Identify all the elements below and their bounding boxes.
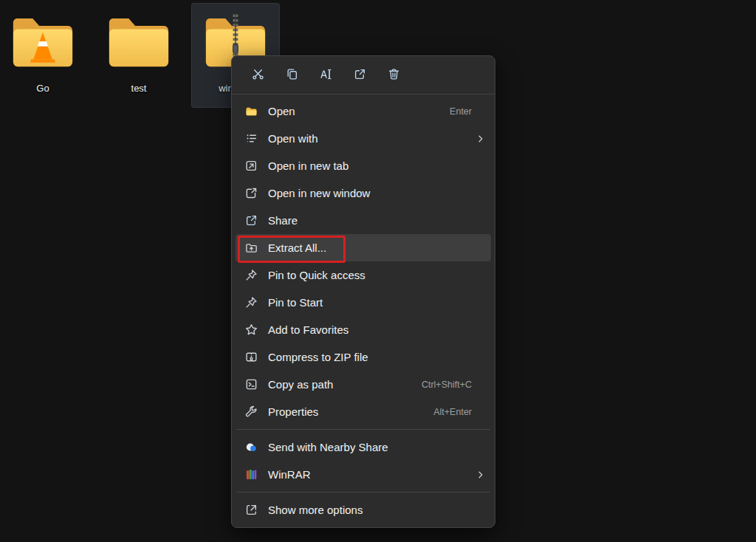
cut-button[interactable]: [242, 62, 273, 89]
menu-item-label: Properties: [268, 405, 433, 418]
folder-vlc-icon: [7, 10, 78, 75]
desktop: Gotestwinaero OpenEnterOpen withOpen in …: [0, 0, 756, 542]
menu-item-extract-all[interactable]: Extract All...: [236, 234, 491, 261]
share-icon: [354, 68, 366, 83]
menu-item-properties[interactable]: PropertiesAlt+Enter: [236, 398, 491, 425]
menu-item-shortcut: Alt+Enter: [433, 407, 472, 417]
menu-item-pin-to-quick-access[interactable]: Pin to Quick access: [236, 261, 491, 289]
show-more-icon: [244, 504, 258, 517]
chevron-right-icon: [475, 134, 485, 143]
compress-icon: [244, 351, 258, 364]
properties-icon: [244, 405, 258, 419]
menu-item-open-in-new-window[interactable]: Open in new window: [236, 179, 491, 207]
copy-path-icon: [244, 378, 258, 391]
folder-test[interactable]: test: [97, 3, 180, 108]
menu-item-shortcut: Enter: [450, 106, 472, 117]
share-button[interactable]: [344, 62, 375, 89]
folder-label: test: [131, 83, 147, 94]
menu-item-open-with[interactable]: Open with: [236, 125, 491, 152]
menu-item-label: Extract All...: [268, 241, 485, 254]
menu-item-label: Share: [268, 214, 485, 227]
cut-icon: [252, 68, 264, 83]
menu-item-winrar[interactable]: WinRAR: [236, 461, 491, 488]
menu-item-label: Add to Favorites: [268, 323, 485, 336]
menu-item-label: WinRAR: [268, 468, 475, 481]
menu-item-open[interactable]: OpenEnter: [236, 97, 491, 125]
menu-item-label: Pin to Start: [268, 296, 485, 309]
menu-item-add-to-favorites[interactable]: Add to Favorites: [236, 316, 491, 343]
pin-icon: [244, 296, 258, 309]
rename-icon: [320, 68, 332, 83]
folder-label: Go: [36, 83, 49, 94]
copy-icon: [286, 68, 298, 83]
menu-item-label: Show more options: [268, 504, 485, 516]
menu-item-compress-to-zip-file[interactable]: Compress to ZIP file: [236, 343, 491, 371]
menu-item-label: Copy as path: [268, 378, 422, 391]
favorite-icon: [244, 323, 258, 337]
rename-button[interactable]: [310, 62, 341, 89]
chevron-right-icon: [475, 470, 485, 479]
nearby-share-icon: [244, 441, 258, 454]
open-with-icon: [244, 132, 258, 145]
winrar-icon: [244, 468, 258, 481]
share-icon: [244, 214, 258, 227]
copy-button[interactable]: [276, 62, 307, 89]
menu-list: OpenEnterOpen withOpen in new tabOpen in…: [232, 95, 495, 524]
folder-icon: [103, 10, 174, 75]
pin-icon: [244, 269, 258, 282]
menu-item-label: Send with Nearby Share: [268, 441, 485, 453]
menu-separator: [236, 492, 490, 493]
open-icon: [244, 105, 258, 118]
delete-icon: [388, 68, 400, 83]
menu-item-label: Pin to Quick access: [268, 269, 485, 281]
menu-item-label: Open in new tab: [268, 159, 485, 172]
menu-item-label: Compress to ZIP file: [268, 351, 485, 363]
menu-item-label: Open: [268, 105, 450, 117]
menu-item-show-more-options[interactable]: Show more options: [236, 496, 491, 524]
menu-item-shortcut: Ctrl+Shift+C: [422, 380, 472, 390]
menu-item-label: Open with: [268, 132, 475, 145]
delete-button[interactable]: [378, 62, 409, 89]
menu-separator: [236, 429, 490, 430]
new-tab-icon: [244, 159, 258, 173]
folder-go[interactable]: Go: [1, 3, 84, 108]
menu-item-open-in-new-tab[interactable]: Open in new tab: [236, 152, 491, 179]
extract-icon: [244, 241, 258, 255]
menu-item-copy-as-path[interactable]: Copy as pathCtrl+Shift+C: [236, 371, 491, 398]
menu-item-label: Open in new window: [268, 187, 485, 199]
menu-item-send-with-nearby-share[interactable]: Send with Nearby Share: [236, 433, 491, 461]
new-window-icon: [244, 187, 258, 200]
menu-item-pin-to-start[interactable]: Pin to Start: [236, 289, 491, 316]
menu-item-share[interactable]: Share: [236, 207, 491, 234]
menu-toolbar: [232, 56, 495, 95]
context-menu: OpenEnterOpen withOpen in new tabOpen in…: [231, 55, 495, 528]
